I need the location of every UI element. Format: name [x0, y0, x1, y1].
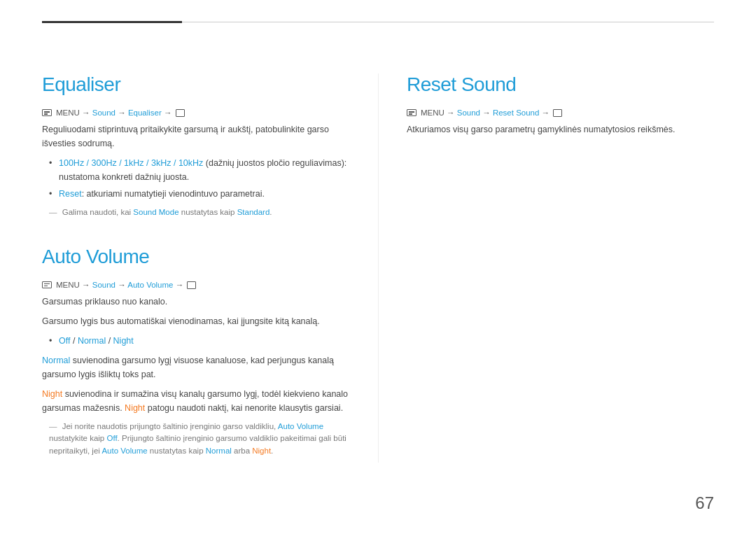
- auto-volume-title: Auto Volume: [42, 246, 350, 268]
- auto-volume-options-list: Off / Normal / Night: [42, 334, 350, 348]
- equaliser-body: Reguliuodami stiprintuvą pritaikykite ga…: [42, 122, 350, 150]
- auto-volume-night-desc: Night suvienodina ir sumažina visų kanal…: [42, 387, 350, 415]
- right-column: Reset Sound MENU → Sound → Reset Sound →…: [378, 73, 714, 463]
- auto-volume-options: Off / Normal / Night: [49, 334, 350, 348]
- auto-volume-body1: Garsumas priklauso nuo kanalo.: [42, 295, 350, 309]
- reset-sound-title: Reset Sound: [407, 73, 714, 96]
- enter-icon-rs: [553, 109, 562, 117]
- menu-icon-av: [42, 281, 52, 288]
- reset-sound-section: Reset Sound MENU → Sound → Reset Sound →…: [407, 73, 714, 136]
- reset-sound-body: Atkuriamos visų garso parametrų gamyklin…: [407, 122, 714, 136]
- auto-volume-menu-text: MENU → Sound → Auto Volume →: [56, 281, 196, 289]
- equaliser-title: Equaliser: [42, 73, 350, 96]
- equaliser-bullets: 100Hz / 300Hz / 1kHz / 3kHz / 10kHz (daž…: [42, 156, 350, 201]
- page-number: 67: [695, 493, 714, 513]
- reset-sound-menu-text: MENU → Sound → Reset Sound →: [421, 108, 562, 117]
- equaliser-menu-text: MENU → Sound → Equaliser →: [56, 108, 185, 117]
- content-area: Equaliser MENU → Sound → Equaliser → Reg…: [42, 73, 714, 463]
- divider-light: [182, 22, 714, 22]
- enter-icon-eq: [176, 109, 185, 117]
- top-dividers: [42, 21, 714, 23]
- equaliser-bullet-2: Reset: atkuriami numatytieji vienodintuv…: [49, 187, 350, 201]
- equaliser-note: Galima naudoti, kai Sound Mode nustatyta…: [42, 206, 350, 218]
- reset-sound-menu-path: MENU → Sound → Reset Sound →: [407, 108, 714, 117]
- auto-volume-menu-path: MENU → Sound → Auto Volume →: [42, 281, 350, 289]
- left-column: Equaliser MENU → Sound → Equaliser → Reg…: [42, 73, 378, 463]
- page-container: Equaliser MENU → Sound → Equaliser → Reg…: [0, 0, 756, 534]
- divider-accent: [42, 21, 182, 23]
- auto-volume-note: Jei norite naudotis prijungto šaltinio į…: [42, 421, 350, 457]
- equaliser-bullet-1: 100Hz / 300Hz / 1kHz / 3kHz / 10kHz (daž…: [49, 156, 350, 184]
- menu-icon: [42, 109, 52, 116]
- enter-icon-av: [187, 281, 196, 289]
- auto-volume-body2: Garsumo lygis bus automatiškai vienodina…: [42, 314, 350, 328]
- menu-icon-rs: [407, 109, 416, 116]
- auto-volume-normal-desc: Normal suvienodina garsumo lygį visuose …: [42, 353, 350, 381]
- auto-volume-section: Auto Volume MENU → Sound → Auto Volume →…: [42, 246, 350, 457]
- equaliser-menu-path: MENU → Sound → Equaliser →: [42, 108, 350, 117]
- equaliser-section: Equaliser MENU → Sound → Equaliser → Reg…: [42, 73, 350, 219]
